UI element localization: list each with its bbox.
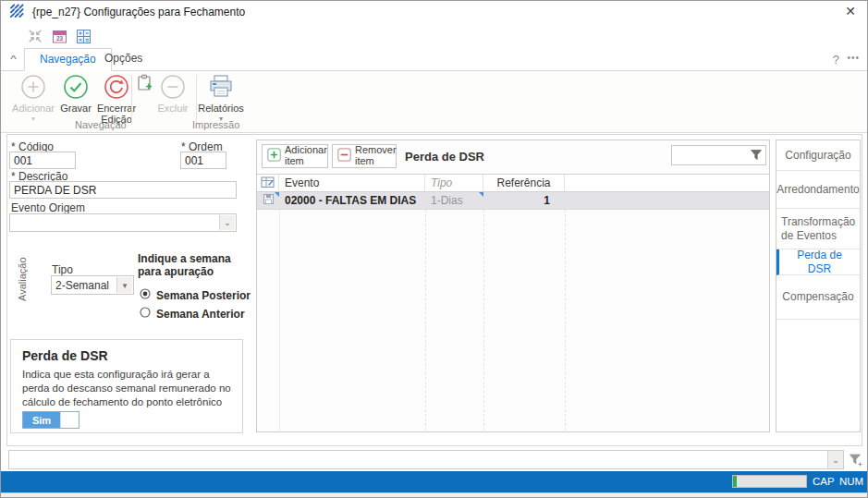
cell-referencia[interactable]: 1 (483, 192, 565, 209)
column-header-evento[interactable]: Evento (279, 175, 425, 191)
cell-evento[interactable]: 02000 - FALTAS EM DIAS (279, 192, 425, 209)
row-indicator-cell (257, 192, 279, 209)
perda-dsr-toggle[interactable]: Sim (22, 411, 79, 429)
add-item-label: Adicionar item (285, 145, 327, 166)
group-label-navegacao: Navegação (75, 119, 127, 130)
grid-gridline (565, 210, 566, 431)
calendar-day: 23 (55, 35, 63, 42)
radio-selected-icon (140, 288, 151, 302)
status-bar: CAP NUM (1, 471, 868, 492)
ordem-field[interactable] (180, 152, 226, 169)
side-tab-configuracao[interactable]: Configuração (776, 140, 860, 171)
calculator-icon[interactable] (75, 28, 92, 44)
grid-header-row: Evento Tipo Referência (257, 174, 769, 192)
perda-dsr-description: Indica que esta configuração irá gerar a… (22, 368, 233, 409)
relatorios-button[interactable]: Relatórios ▾ (195, 73, 247, 123)
fit-layout-icon[interactable] (27, 28, 43, 44)
save-check-icon (62, 73, 90, 101)
avaliacao-group-label: Avaliação (17, 255, 28, 303)
perda-dsr-box: Perda de DSR Indica que esta configuraçã… (10, 339, 243, 433)
help-icon[interactable]: ? (833, 53, 839, 67)
ribbon-collapse-icon[interactable]: ^ (10, 53, 17, 63)
add-circle-icon (19, 73, 47, 101)
grid-selector-icon (261, 176, 275, 191)
remove-item-icon (337, 148, 351, 164)
gravar-button[interactable]: Gravar (54, 73, 98, 114)
relatorios-label: Relatórios (198, 103, 244, 114)
radio-label: Semana Posterior (156, 289, 251, 302)
ribbon: Adicionar ▾ Gravar Encerrar Edição (1, 71, 867, 133)
more-options-icon[interactable]: ••• (847, 53, 860, 63)
semana-title: Indique a semana para apuração (138, 252, 247, 278)
ribbon-tab-row: ^ Navegação Opções ? ••• (1, 48, 867, 71)
table-row[interactable]: 02000 - FALTAS EM DIAS 1-Dias 1 (257, 192, 769, 210)
side-tab-transformacao[interactable]: Transformação de Eventos (776, 209, 860, 249)
group-label-impressao: Impressão (192, 119, 239, 130)
remove-item-button[interactable]: Remover item (332, 144, 397, 168)
grid-title: Perda de DSR (405, 150, 484, 164)
perda-dsr-title: Perda de DSR (22, 348, 108, 363)
close-icon[interactable]: ✕ (845, 5, 856, 18)
grid-filter-input[interactable] (674, 147, 748, 164)
excluir-label: Excluir (157, 103, 188, 114)
undo-icon (103, 73, 130, 101)
bottom-combo-input[interactable] (12, 452, 807, 468)
remove-item-label: Remover item (355, 145, 396, 166)
evento-origem-label: Evento Origem (11, 201, 85, 214)
ribbon-separator (131, 75, 132, 125)
descricao-field[interactable] (9, 181, 237, 199)
codigo-field[interactable] (9, 152, 76, 169)
clipboard-add-icon (137, 74, 153, 93)
filter-add-icon[interactable] (849, 453, 863, 470)
side-tab-list: Configuração Arredondamento Transformaçã… (776, 140, 861, 432)
add-item-button[interactable]: Adicionar item (262, 144, 328, 168)
caps-lock-indicator: CAP (813, 476, 835, 487)
chevron-down-icon: ▾ (116, 277, 132, 293)
title-bar: {rpe_n27} Configurações para Fechamento … (1, 1, 867, 23)
grid-filter-box (671, 145, 766, 165)
radio-semana-posterior[interactable]: Semana Posterior (140, 288, 251, 302)
add-item-icon (267, 148, 281, 164)
adicionar-label: Adicionar (12, 103, 55, 114)
printer-icon (207, 73, 235, 101)
main-content: * Código * Ordem * Descrição Evento Orig… (6, 134, 862, 446)
quick-access-toolbar: 23 (27, 28, 92, 44)
gravar-label: Gravar (60, 103, 92, 114)
grid-gridline (279, 210, 280, 431)
grid-gridline (425, 210, 426, 431)
side-tab-compensacao[interactable]: Compensação (776, 275, 860, 320)
radio-label: Semana Anterior (156, 308, 245, 321)
side-tab-arredondamento[interactable]: Arredondamento (776, 171, 860, 209)
chevron-down-icon: ⌄ (219, 215, 235, 230)
tipo-label: Tipo (52, 263, 73, 276)
side-tab-perda-dsr[interactable]: Perda de DSR (776, 249, 860, 275)
cell-tipo[interactable]: 1-Dias (425, 192, 483, 209)
filter-icon[interactable] (750, 149, 763, 164)
column-header-referencia[interactable]: Referência (483, 175, 565, 191)
progress-bar (732, 475, 807, 488)
window-bottom-edge (1, 492, 868, 498)
evento-origem-value (10, 214, 236, 218)
column-header-tipo[interactable]: Tipo (425, 175, 483, 191)
chevron-down-icon[interactable]: ⌄ (827, 451, 843, 468)
calendar-icon[interactable]: 23 (51, 28, 67, 44)
dropdown-caret-icon: ▾ (31, 115, 35, 123)
clipboard-add-button[interactable] (135, 74, 153, 92)
events-grid: Adicionar item Remover item Perda de DSR (256, 140, 770, 432)
window-title: {rpe_n27} Configurações para Fechamento (32, 6, 245, 18)
delete-circle-icon (159, 73, 187, 101)
evento-origem-select[interactable]: ⌄ (9, 213, 237, 232)
adicionar-button[interactable]: Adicionar ▾ (11, 73, 55, 123)
row-indicator-header (257, 175, 279, 191)
radio-unselected-icon (140, 307, 151, 321)
grid-gridline (483, 210, 484, 431)
tab-opcoes[interactable]: Opções (90, 48, 157, 71)
cell-empty (565, 192, 769, 209)
record-icon (263, 193, 275, 208)
app-window: {rpe_n27} Configurações para Fechamento … (0, 0, 868, 498)
column-header-empty (565, 175, 769, 191)
toggle-knob (60, 412, 79, 428)
radio-semana-anterior[interactable]: Semana Anterior (140, 307, 245, 321)
tipo-select[interactable]: 2-Semanal ▾ (51, 275, 134, 295)
excluir-button[interactable]: Excluir (153, 73, 193, 114)
